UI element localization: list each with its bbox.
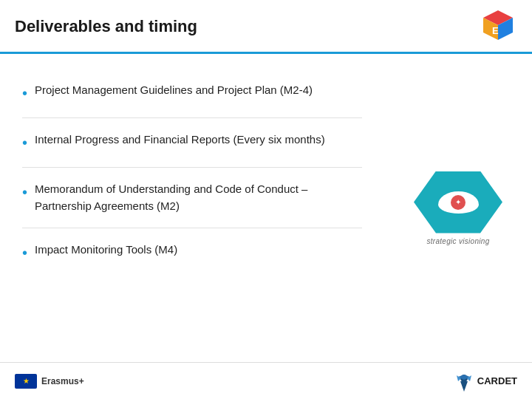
bullet-item-1: • Project Management Guidelines and Proj… [22,69,362,118]
bullet-dot-1: • [22,82,27,104]
bullet-item-3: • Memorandum of Understanding and Code o… [22,168,362,228]
bullet-text-1: Project Management Guidelines and Projec… [35,82,362,99]
cardet-icon [454,371,474,392]
entrainno-logo: E [479,7,517,46]
bullet-text-3: Memorandum of Understanding and Code of … [35,181,362,214]
slide-title: Deliverables and timing [15,17,197,36]
svg-marker-6 [460,381,468,392]
eye-pupil: ✦ [451,195,466,210]
hex-background: ✦ [414,171,502,233]
bullet-dot-4: • [22,242,27,264]
eye-star-icon: ✦ [455,198,461,206]
strategic-visioning-badge: ✦ strategic visioning [406,171,510,245]
header: Deliverables and timing E [0,0,532,54]
bullet-text-4: Impact Monitoring Tools (M4) [35,242,362,259]
eye-white: ✦ [438,191,479,214]
bullet-item-2: • Internal Progress and Financial Report… [22,118,362,168]
main-content: • Project Management Guidelines and Proj… [0,54,532,362]
cardet-label: CARDET [477,375,517,386]
bullet-dot-3: • [22,181,27,203]
bullet-dot-2: • [22,132,27,154]
eu-flag-icon: ★ [15,374,37,389]
bullet-item-4: • Impact Monitoring Tools (M4) [22,228,362,277]
bullet-text-2: Internal Progress and Financial Reports … [35,132,362,149]
slide: Deliverables and timing E • Project Mana… [0,0,532,399]
erasmus-logo: ★ Erasmus+ [15,374,84,389]
footer: ★ Erasmus+ CARDET [0,362,532,399]
cardet-logo: CARDET [454,371,517,392]
bullet-list: • Project Management Guidelines and Proj… [0,54,384,362]
erasmus-label: Erasmus+ [41,376,84,386]
strategic-visioning-label: strategic visioning [426,237,489,245]
right-panel: ✦ strategic visioning [384,54,532,362]
svg-text:E: E [492,25,499,36]
